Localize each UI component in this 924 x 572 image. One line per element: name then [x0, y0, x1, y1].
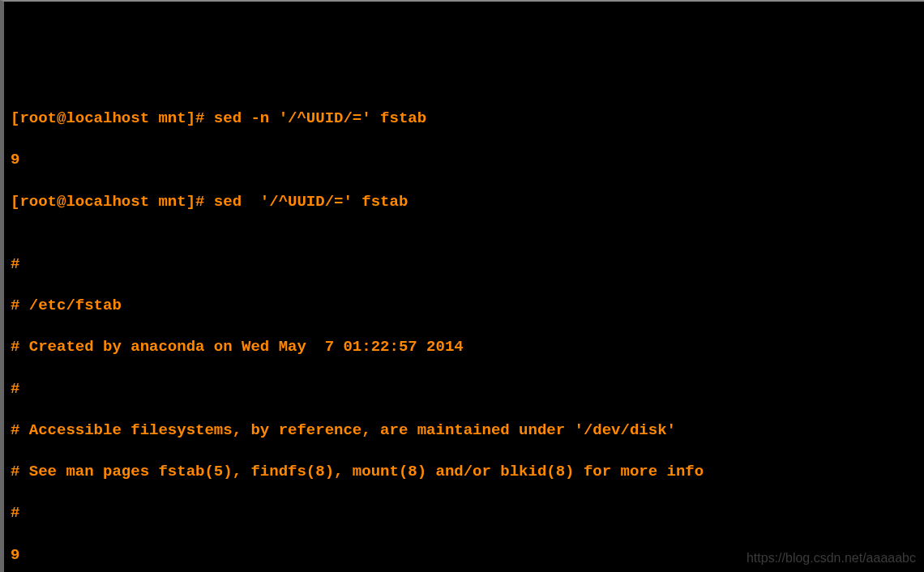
watermark-text: https://blog.csdn.net/aaaaabc: [746, 549, 916, 567]
terminal-output: [root@localhost mnt]# sed -n '/^UUID/=' …: [11, 88, 918, 572]
terminal-line: # Created by anaconda on Wed May 7 01:22…: [11, 337, 918, 358]
terminal-line: #: [11, 503, 918, 524]
terminal-line: #: [11, 379, 918, 400]
terminal-line: [root@localhost mnt]# sed -n '/^UUID/=' …: [11, 109, 918, 130]
terminal-line: 9: [11, 150, 918, 171]
terminal-line: # Accessible filesystems, by reference, …: [11, 420, 918, 442]
terminal-line: # See man pages fstab(5), findfs(8), mou…: [11, 462, 918, 483]
terminal-line: # /etc/fstab: [11, 296, 918, 317]
terminal-line: #: [11, 254, 918, 275]
terminal-line: [root@localhost mnt]# sed '/^UUID/=' fst…: [11, 192, 918, 213]
